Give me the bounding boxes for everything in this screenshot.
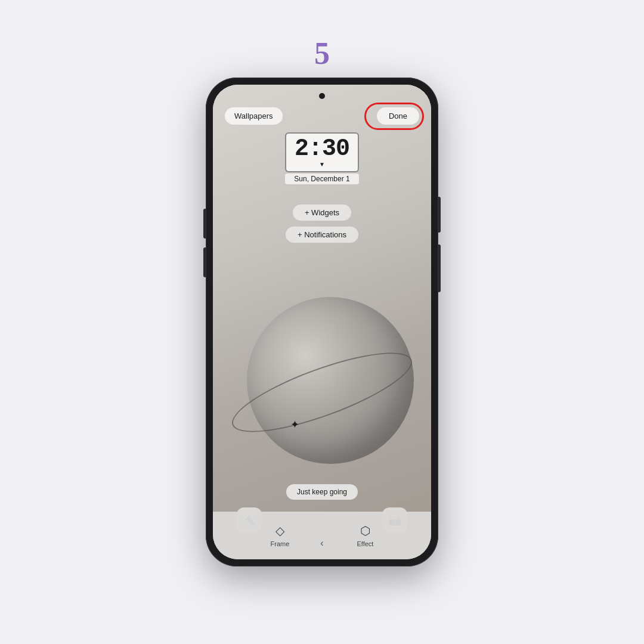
nav-effect[interactable]: ⬡ Effect [357,524,373,547]
volume-up-button [203,209,206,239]
notifications-button[interactable]: + Notifications [285,226,359,243]
top-bar: Wallpapers Done [213,107,431,125]
camera-notch [319,93,325,99]
volume-down-button [203,247,206,277]
clock-date: Sun, December 1 [285,174,359,184]
nav-frame[interactable]: ◇ Frame [271,524,290,547]
step-number: 5 [314,36,330,71]
cursor-hand-illustration [632,116,644,194]
effect-label: Effect [357,540,373,547]
clock-box: 2:30 ▼ [285,132,359,172]
phone-screen: ✦ Wallpapers Done 2:30 ▼ Sun, December 1… [213,85,431,559]
wallpapers-button[interactable]: Wallpapers [225,107,283,125]
effect-icon: ⬡ [360,524,370,538]
done-button[interactable]: Done [377,107,419,125]
page-container: 5 ✦ Wallpapers Done 2:3 [0,0,644,644]
clock-area: 2:30 ▼ Sun, December 1 [285,132,359,184]
lock-screen-quote: Just keep going [286,484,358,500]
frame-icon: ◇ [275,524,284,538]
frame-label: Frame [271,540,290,547]
widgets-button[interactable]: + Widgets [292,204,352,221]
bottom-navigation: ◇ Frame ⬡ Effect [213,512,431,559]
sparkle-icon: ✦ [290,418,299,431]
clock-time: 2:30 [295,135,349,162]
phone-outer: ✦ Wallpapers Done 2:30 ▼ Sun, December 1… [206,78,438,566]
back-chevron-icon[interactable]: ‹ [320,538,323,549]
widget-area: + Widgets + Notifications [285,204,359,243]
